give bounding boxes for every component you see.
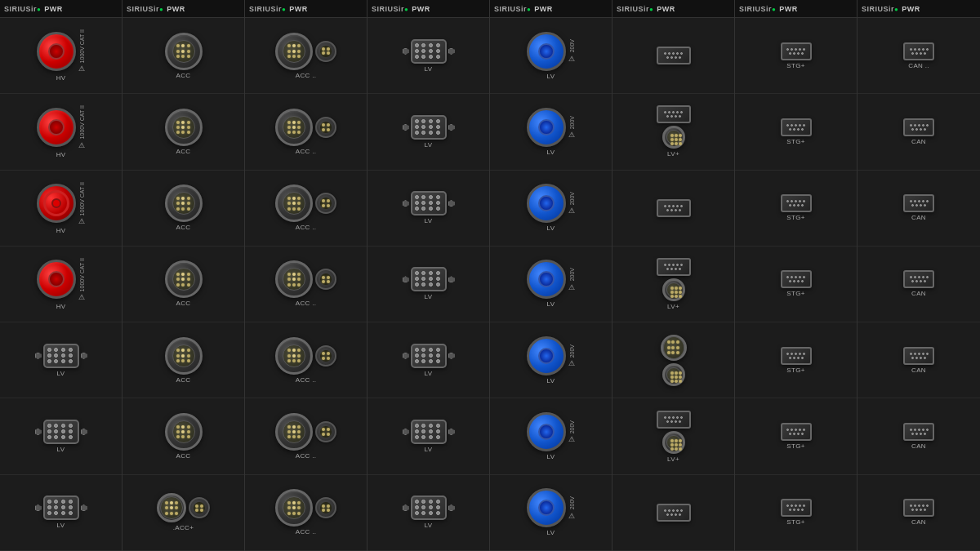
acc-small-connector xyxy=(315,345,336,367)
connector-row: 200V ⚠ LV xyxy=(490,171,612,247)
connector-row: .ACC+ xyxy=(122,475,244,551)
connector-row: ACC xyxy=(122,171,244,247)
connector-row: LV xyxy=(368,247,489,322)
acc-connector xyxy=(662,278,685,301)
connector-label: CAN .. xyxy=(908,62,929,69)
col6-header: SIRIUSir● PWR xyxy=(612,0,734,18)
db-connector xyxy=(657,199,691,217)
lv-connector xyxy=(43,495,79,520)
connector-label: ACC xyxy=(176,376,191,384)
lv-connector xyxy=(411,495,447,520)
connector-row: LV xyxy=(0,475,122,551)
column-6: SIRIUSir● PWR xyxy=(612,0,735,551)
connector-row: ACC .. xyxy=(245,398,367,474)
connector-label: LV xyxy=(547,453,555,460)
lv-blue-connector xyxy=(527,260,566,299)
stg-connector xyxy=(781,42,812,60)
connector-label: ACC xyxy=(176,300,191,307)
col7-header: SIRIUSir● PWR xyxy=(735,0,857,18)
db-connector xyxy=(657,411,691,429)
connector-label: LV xyxy=(547,149,555,156)
connector-label: ACC .. xyxy=(296,452,316,460)
lv-connector xyxy=(411,267,447,291)
lv-connector xyxy=(411,39,447,64)
acc-connector xyxy=(275,337,313,375)
connector-row: ACC xyxy=(122,247,244,322)
connector-label: STG+ xyxy=(786,138,804,145)
connector-row: LV+ xyxy=(612,398,734,474)
can-connector xyxy=(903,42,934,60)
connector-row: 1000V CAT II ⚠ HV xyxy=(0,94,122,170)
can-connector xyxy=(903,499,934,517)
acc-connector xyxy=(662,126,685,149)
acc-connector xyxy=(165,109,203,146)
connector-label: ACC .. xyxy=(296,376,316,384)
column-8: SIRIUSir● PWR CAN .. xyxy=(858,0,980,551)
col1-header: SIRIUSir● PWR xyxy=(0,0,122,18)
connector-label: ACC .. xyxy=(296,224,316,231)
connector-label: STG+ xyxy=(786,214,804,221)
column-3: SIRIUSir● PWR ACC xyxy=(245,0,368,551)
connector-row xyxy=(612,18,734,94)
connector-row: LV+ xyxy=(612,94,734,170)
connector-row: ACC .. xyxy=(245,247,367,322)
connector-label: .ACC+ xyxy=(173,524,194,531)
connector-label: STG+ xyxy=(786,290,804,297)
lv-connector xyxy=(43,420,79,444)
connector-label: LV xyxy=(547,224,555,232)
acc-connector xyxy=(275,489,313,527)
connector-row: ACC xyxy=(122,398,244,474)
connector-label: LV xyxy=(425,446,433,453)
connector-row: LV+ xyxy=(612,247,734,322)
acc-connector xyxy=(275,33,313,70)
connector-label: CAN xyxy=(911,518,926,526)
connector-label: HV xyxy=(56,303,66,310)
connector-label: LV xyxy=(425,522,433,529)
connector-row: 1000V CAT II ⚠ HV xyxy=(0,18,122,94)
connector-label: CAN xyxy=(911,214,926,221)
lv-blue-connector xyxy=(527,184,566,223)
connector-row: 200V ⚠ LV xyxy=(490,398,612,474)
lv-connector xyxy=(411,344,447,368)
connector-row: LV xyxy=(0,398,122,474)
connector-label: LV xyxy=(57,370,65,377)
acc-connector xyxy=(165,413,203,451)
connector-panel: SIRIUSir● PWR 1000V CAT II ⚠ HV xyxy=(0,0,980,551)
hv-connector xyxy=(37,260,76,299)
connector-label: HV xyxy=(56,74,66,82)
connector-row xyxy=(612,322,734,398)
connector-row xyxy=(612,475,734,551)
connector-label: ACC xyxy=(176,224,191,231)
connector-row: LV xyxy=(368,322,489,398)
connector-row: ACC xyxy=(122,18,244,94)
connector-label: HV xyxy=(56,151,66,158)
connector-row: ACC xyxy=(122,322,244,398)
acc-small-connector xyxy=(189,497,210,518)
can-connector xyxy=(903,270,934,288)
connector-row: LV xyxy=(368,18,489,94)
connector-row: LV xyxy=(0,322,122,398)
connector-row: STG+ xyxy=(735,171,857,247)
connector-row: ACC xyxy=(122,94,244,170)
hv-connector xyxy=(37,184,76,223)
connector-label: ACC .. xyxy=(296,528,316,535)
connector-row: LV xyxy=(368,475,489,551)
acc-connector xyxy=(165,33,203,70)
lv-blue-connector xyxy=(527,108,566,147)
acc-small-connector xyxy=(315,117,336,138)
connector-row: ACC .. xyxy=(245,171,367,247)
connector-row: STG+ xyxy=(735,94,857,170)
acc-small-connector xyxy=(315,269,336,290)
connector-row: CAN xyxy=(858,322,980,398)
connector-label: LV xyxy=(547,300,555,308)
connector-row: 200V ⚠ LV xyxy=(490,94,612,170)
column-1: SIRIUSir● PWR 1000V CAT II ⚠ HV xyxy=(0,0,122,551)
connector-label: LV+ xyxy=(667,455,679,463)
col3-header: SIRIUSir● PWR xyxy=(245,0,367,18)
column-2: SIRIUSir● PWR ACC ACC xyxy=(122,0,245,551)
connector-row: 1000V CAT II ⚠ HV xyxy=(0,247,122,322)
connector-label: HV xyxy=(56,227,66,234)
acc-connector xyxy=(662,431,685,454)
column-4: SIRIUSir● PWR LV xyxy=(368,0,490,551)
connector-label: ACC xyxy=(176,72,191,79)
